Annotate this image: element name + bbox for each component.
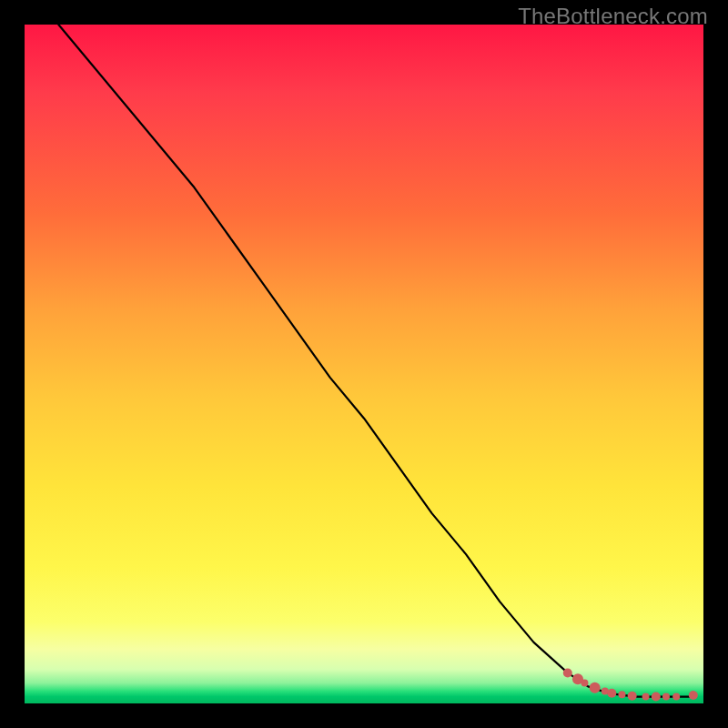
plot-area	[25, 25, 703, 703]
chart-marker	[642, 693, 650, 701]
chart-marker	[581, 680, 588, 687]
chart-marker	[672, 693, 680, 701]
chart-container: TheBottleneck.com	[0, 0, 728, 728]
chart-marker	[618, 691, 625, 698]
chart-marker	[689, 691, 698, 700]
chart-marker	[662, 693, 670, 701]
chart-marker	[628, 692, 637, 701]
chart-overlay	[25, 25, 703, 703]
chart-curve	[58, 25, 690, 697]
chart-marker	[563, 668, 572, 677]
chart-marker	[607, 689, 616, 698]
chart-marker	[652, 693, 661, 702]
chart-marker	[590, 682, 601, 693]
